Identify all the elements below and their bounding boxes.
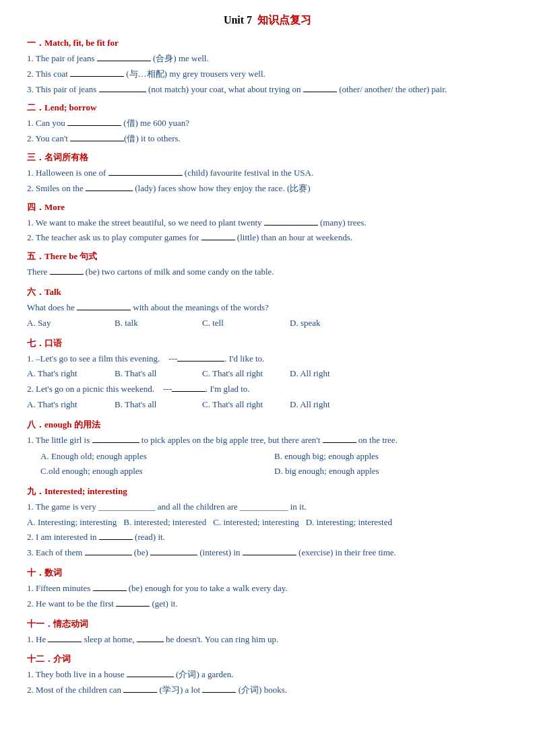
section-11: 十一．情态动词 1. He sleep at home, he doesn't.… xyxy=(27,618,508,647)
section-12-title: 十二．介词 xyxy=(27,653,508,665)
q2-1: 1. Can you (借) me 600 yuan? xyxy=(27,116,508,131)
page-subtitle: 知识点复习 xyxy=(257,14,311,26)
q9-1: 1. The game is very _____________ and al… xyxy=(27,500,508,514)
option-c: C. tell xyxy=(202,316,270,331)
q7-2: 2. Let's go on a picnic this weekend. --… xyxy=(27,382,508,397)
section-5-title: 五．There be 句式 xyxy=(27,250,508,263)
option-b: B. talk xyxy=(115,316,182,331)
q8-1-options: A. Enough old; enough apples B. enough b… xyxy=(40,449,508,479)
q9-1-options: A. Interesting; interesting B. intereste… xyxy=(27,516,508,530)
q10-1: 1. Fifteen minutes (be) enough for you t… xyxy=(27,582,508,596)
q1-2: 2. This coat (与…相配) my grey trousers ver… xyxy=(27,67,508,81)
q4-1: 1. We want to make the street beautiful,… xyxy=(27,216,508,230)
q9-1-opt-b: B. interested; interested xyxy=(123,516,206,530)
option-a: A. Say xyxy=(27,316,94,331)
section-5: 五．There be 句式 There (be) two cartons of … xyxy=(27,250,508,279)
page-title: Unit 7 知识点复习 xyxy=(27,13,508,28)
q8-1: 1. The little girl is to pick apples on … xyxy=(27,434,508,448)
q7-1-options: A. That's right B. That's all C. That's … xyxy=(27,367,508,381)
section-2-title: 二．Lend; borrow xyxy=(27,102,508,114)
q9-2: 2. I am interested in (read) it. xyxy=(27,530,508,545)
section-6-title: 六．Talk xyxy=(27,286,508,298)
q9-1-opt-a: A. Interesting; interesting xyxy=(27,516,117,530)
section-7-title: 七．口语 xyxy=(27,337,508,349)
unit-number: Unit 7 xyxy=(224,14,252,26)
q12-1: 1. They both live in a house (介词) a gard… xyxy=(27,668,508,682)
q3-1: 1. Halloween is one of (child) favourite… xyxy=(27,166,508,180)
q5-1: There (be) two cartons of milk and some … xyxy=(27,265,508,279)
section-10-title: 十．数词 xyxy=(27,567,508,579)
section-3-title: 三．名词所有格 xyxy=(27,151,508,164)
q7-1-opt-b: B. That's all xyxy=(115,367,182,381)
q11-1: 1. He sleep at home, he doesn't. You can… xyxy=(27,633,508,647)
q12-2: 2. Most of the children can (学习) a lot (… xyxy=(27,683,508,697)
section-6: 六．Talk What does he with about the meani… xyxy=(27,286,508,331)
section-9-title: 九．Interested; interesting xyxy=(27,485,508,497)
q7-2-options: A. That's right B. That's all C. That's … xyxy=(27,398,508,412)
option-d: D. speak xyxy=(290,316,357,331)
section-2: 二．Lend; borrow 1. Can you (借) me 600 yua… xyxy=(27,102,508,146)
q7-1: 1. –Let's go to see a film this evening.… xyxy=(27,352,508,366)
q6-main: What does he with about the meanings of … xyxy=(27,301,508,315)
q8-opt-c: C.old enough; enough apples xyxy=(40,464,274,479)
q7-2-opt-c: C. That's all right xyxy=(202,398,270,412)
q6-options: A. Say B. talk C. tell D. speak xyxy=(27,316,508,331)
section-7: 七．口语 1. –Let's go to see a film this eve… xyxy=(27,337,508,412)
q7-1-opt-d: D. All right xyxy=(290,367,357,381)
section-10: 十．数词 1. Fifteen minutes (be) enough for … xyxy=(27,567,508,611)
q9-1-opt-d: D. interesting; interested xyxy=(306,516,392,530)
q7-1-opt-c: C. That's all right xyxy=(202,367,270,381)
q7-2-opt-d: D. All right xyxy=(290,398,357,412)
q1-1: 1. The pair of jeans (合身) me well. xyxy=(27,52,508,66)
q1-3: 3. This pair of jeans (not match) your c… xyxy=(27,83,508,97)
q2-2: 2. You can't (借) it to others. xyxy=(27,132,508,146)
section-4-title: 四．More xyxy=(27,201,508,213)
q7-1-opt-a: A. That's right xyxy=(27,367,94,381)
q3-2: 2. Smiles on the (lady) faces show how t… xyxy=(27,182,508,196)
q7-2-opt-b: B. That's all xyxy=(115,398,182,412)
q9-1-opt-c: C. interested; interesting xyxy=(213,516,298,530)
section-9: 九．Interested; interesting 1. The game is… xyxy=(27,485,508,560)
q10-2: 2. He want to be the first (get) it. xyxy=(27,597,508,611)
section-1: 一．Match, fit, be fit for 1. The pair of … xyxy=(27,37,508,96)
section-8-title: 八．enough 的用法 xyxy=(27,419,508,431)
section-8: 八．enough 的用法 1. The little girl is to pi… xyxy=(27,419,508,479)
q4-2: 2. The teacher ask us to play computer g… xyxy=(27,231,508,245)
section-4: 四．More 1. We want to make the street bea… xyxy=(27,201,508,246)
q8-opt-d: D. big enough; enough apples xyxy=(274,464,508,479)
q8-opt-a: A. Enough old; enough apples xyxy=(40,449,274,464)
section-12: 十二．介词 1. They both live in a house (介词) … xyxy=(27,653,508,697)
section-3: 三．名词所有格 1. Halloween is one of (child) f… xyxy=(27,151,508,196)
q7-2-opt-a: A. That's right xyxy=(27,398,94,412)
q9-3: 3. Each of them (be) (interest) in (exer… xyxy=(27,546,508,560)
section-11-title: 十一．情态动词 xyxy=(27,618,508,630)
section-1-title: 一．Match, fit, be fit for xyxy=(27,37,508,49)
q8-opt-b: B. enough big; enough apples xyxy=(274,449,508,464)
